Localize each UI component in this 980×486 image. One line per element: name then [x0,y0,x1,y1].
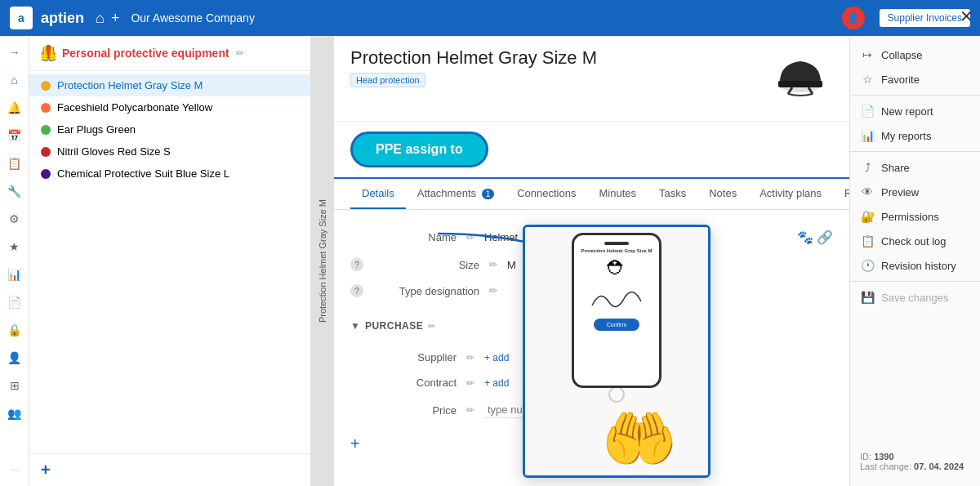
contract-edit-icon[interactable]: ✏ [466,377,474,389]
vertical-tab[interactable]: Protection Helmet Gray Size M [311,36,334,486]
section-toggle-icon[interactable]: ▼ [350,320,360,332]
sidebar-item-clipboard[interactable]: 📋 [3,152,26,175]
purchase-section-title: PURCHASE [365,320,423,332]
supplier-invoices-tab[interactable]: Supplier Invoices [880,9,970,27]
phone-notch [604,242,629,245]
list-item[interactable]: Ear Plugs Green [29,118,310,140]
tab-details[interactable]: Details [350,179,406,209]
list-item[interactable]: Chemical Protective Suit Blue Size L [29,163,310,185]
sidebar-item-users[interactable]: 👥 [3,402,26,425]
my-reports-label: My reports [881,130,931,142]
mobile-popup: Protection Helmet Gray Size M ⛑ Confirm … [523,225,710,478]
ppe-assign-button[interactable]: PPE assign to [350,132,488,167]
main-layout: → ⌂ 🔔 📅 📋 🔧 ⚙ ★ 📊 📄 🔒 👤 ⊞ 👥 ⋯ 🦺 Personal… [0,36,980,486]
permissions-icon: 🔐 [860,210,875,223]
supplier-add-link[interactable]: + add [484,352,509,363]
mobile-popup-inner: Protection Helmet Gray Size M ⛑ Confirm … [525,227,708,475]
main-content: Protection Helmet Gray Size M Head prote… [334,36,849,486]
home-nav-button[interactable]: ⌂ [96,10,105,27]
sidebar-item-doc[interactable]: 📄 [3,291,26,314]
sidebar-item-user[interactable]: 👤 [3,346,26,369]
phone-helmet-icon: ⛑ [607,256,626,279]
item-color-dot [41,169,51,179]
meta-last-change-value: 07. 04. 2024 [914,461,964,471]
list-item[interactable]: Protection Helmet Gray Size M [29,74,310,96]
size-edit-icon[interactable]: ✏ [489,259,497,270]
type-help-icon[interactable]: ? [350,284,363,297]
meta-id-value: 1390 [874,452,893,461]
sidebar-item-gear[interactable]: ⚙ [3,207,26,230]
purchase-edit-icon[interactable]: ✏ [428,321,435,332]
new-report-icon: 📄 [860,105,875,118]
revision-history-icon: 🕐 [860,259,875,272]
category-icon: 🦺 [39,44,57,62]
tab-attachments[interactable]: Attachments 1 [406,179,506,209]
tab-notes[interactable]: Notes [697,179,748,209]
sidebar-item-star[interactable]: ★ [3,235,26,258]
type-label: Type designation [373,285,479,297]
item-list-panel: 🦺 Personal protective equipment ✏ Protec… [29,36,311,486]
action-preview[interactable]: 👁 Preview [850,180,980,204]
tab-requests[interactable]: Requests [833,179,849,209]
action-collapse[interactable]: ↦ Collapse [850,42,980,67]
action-favorite[interactable]: ☆ Favorite [850,67,980,91]
add-row-button[interactable]: + [350,435,360,453]
price-edit-icon[interactable]: ✏ [466,404,474,416]
sidebar-item-more[interactable]: ⋯ [3,458,26,481]
item-list-header: 🦺 Personal protective equipment ✏ [29,36,310,71]
action-save-changes[interactable]: 💾 Save changes [850,285,980,310]
tab-activity-plans[interactable]: Activity plans [748,179,833,209]
supplier-edit-icon[interactable]: ✏ [466,352,474,363]
nav-icons: ⌂ + [96,10,119,27]
user-avatar[interactable]: 👤 [842,7,865,29]
contract-label: Contract [350,377,457,389]
sidebar-item-lock[interactable]: 🔒 [3,319,26,341]
phone-container: Protection Helmet Gray Size M ⛑ Confirm … [535,233,698,470]
right-panel: ✕ ↦ Collapse ☆ Favorite 📄 New report 📊 M… [849,36,980,486]
size-label: Size [373,259,479,271]
category-edit-icon[interactable]: ✏ [236,47,244,59]
add-item-button[interactable]: + [41,461,51,479]
action-permissions[interactable]: 🔐 Permissions [850,204,980,229]
content-subtitle: Head protection [350,72,597,87]
size-value: M [507,259,516,271]
item-list: Protection Helmet Gray Size M Faceshield… [29,71,310,453]
action-checkout-log[interactable]: 📋 Check out log [850,229,980,253]
sidebar-item-home[interactable]: ⌂ [3,69,26,91]
tab-minutes[interactable]: Minutes [587,179,648,209]
action-revision-history[interactable]: 🕐 Revision history [850,253,980,278]
size-help-icon[interactable]: ? [350,258,363,271]
revision-history-label: Revision history [881,260,956,272]
action-my-reports[interactable]: 📊 My reports [850,123,980,148]
name-label: Name [350,231,457,243]
subtitle-tag: Head protection [350,73,425,87]
sidebar-item-calendar[interactable]: 📅 [3,124,26,147]
add-nav-button[interactable]: + [111,10,120,27]
sidebar-item-forward[interactable]: → [3,41,26,64]
attachments-badge: 1 [482,189,495,199]
action-share[interactable]: ⤴ Share [850,155,980,180]
type-edit-icon[interactable]: ✏ [489,285,497,297]
tab-tasks[interactable]: Tasks [648,179,697,209]
link-icon[interactable]: 🔗 [817,230,833,245]
sidebar-item-bell[interactable]: 🔔 [3,96,26,119]
list-item[interactable]: Nitril Gloves Red Size S [29,140,310,163]
category-title: 🦺 Personal protective equipment [39,44,229,62]
right-divider-2 [850,151,980,152]
sidebar-item-chart[interactable]: 📊 [3,263,26,286]
save-changes-label: Save changes [881,292,948,304]
tab-connections[interactable]: Connections [506,179,587,209]
sidebar-item-grid[interactable]: ⊞ [3,374,26,397]
name-edit-icon[interactable]: ✏ [466,232,474,243]
sidebar-item-tools[interactable]: 🔧 [3,180,26,203]
share-label: Share [881,162,910,174]
phone-confirm-button[interactable]: Confirm [594,319,640,331]
save-changes-icon: 💾 [860,291,875,304]
copy-icon[interactable]: 🐾 [797,230,813,245]
phone-signature-area [584,283,649,315]
contract-add-link[interactable]: + add [484,377,509,389]
helmet-svg [772,51,829,109]
action-new-report[interactable]: 📄 New report [850,99,980,123]
list-item[interactable]: Faceshield Polycarbonate Yellow [29,96,310,118]
page-title: Protection Helmet Gray Size M [350,47,597,69]
